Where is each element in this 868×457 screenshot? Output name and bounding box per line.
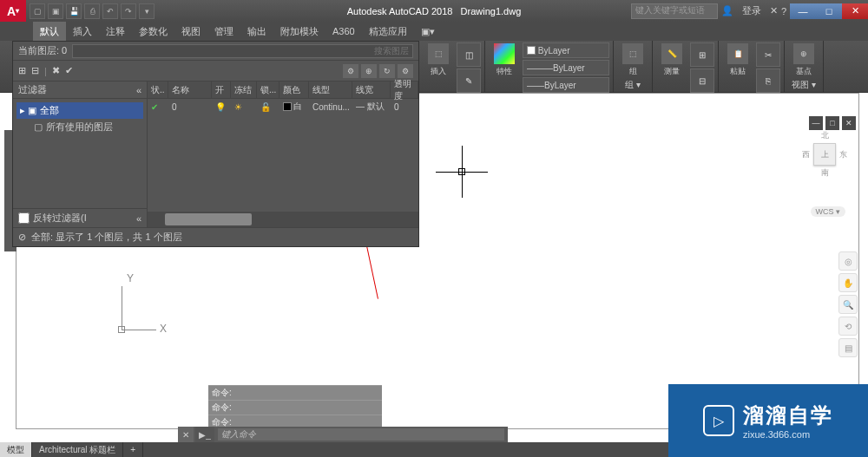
bulb-icon[interactable]: 💡 <box>215 102 226 112</box>
menu-more-icon[interactable]: ▣▾ <box>414 22 442 41</box>
paste-button[interactable]: 📋粘贴 <box>722 42 753 77</box>
qat-redo-icon[interactable]: ↷ <box>121 3 136 19</box>
close-button[interactable]: ✕ <box>842 3 868 19</box>
lp-search-input[interactable] <box>72 44 413 58</box>
menu-manage[interactable]: 管理 <box>207 22 240 41</box>
qat-dropdown-icon[interactable]: ▾ <box>139 3 155 19</box>
menu-a360[interactable]: A360 <box>326 22 362 41</box>
navcube-south[interactable]: 南 <box>821 167 829 179</box>
ribbon-label-view[interactable]: 视图 ▾ <box>788 77 819 91</box>
qat-save-icon[interactable]: 💾 <box>66 3 82 19</box>
ribbon-label-group[interactable]: 组 ▾ <box>617 77 648 91</box>
lp-invert-checkbox[interactable] <box>18 212 30 224</box>
app-icon[interactable]: A▾ <box>0 0 26 22</box>
utility-icon-2[interactable]: ⊟ <box>690 69 714 93</box>
menu-view[interactable]: 视图 <box>174 22 207 41</box>
color-dropdown[interactable]: ByLayer <box>523 42 609 58</box>
color-swatch-icon[interactable] <box>283 102 292 111</box>
qat-undo-icon[interactable]: ↶ <box>102 3 118 19</box>
help-search-input[interactable]: 键入关键字或短语 <box>631 3 718 19</box>
view-cube[interactable]: 北 西 上 东 南 <box>799 130 851 199</box>
qat-new-icon[interactable]: ▢ <box>30 3 45 19</box>
lp-col-freeze[interactable]: 冻结 <box>231 82 257 98</box>
lp-col-trans[interactable]: 透明度 <box>391 82 418 98</box>
qat-open-icon[interactable]: ▣ <box>48 3 63 19</box>
lp-tree-all[interactable]: ▸ ▣ 全部 <box>16 102 143 119</box>
lp-cell-lweight[interactable]: — 默认 <box>352 99 391 114</box>
infocenter-icon[interactable]: 👤 <box>721 5 733 16</box>
lp-cell-name[interactable]: 0 <box>168 99 212 114</box>
navcube-west[interactable]: 西 <box>802 149 810 160</box>
menu-insert[interactable]: 插入 <box>66 22 99 41</box>
properties-button[interactable]: 特性 <box>489 42 520 77</box>
basepoint-button[interactable]: ⊕基点 <box>788 42 819 77</box>
vp-close-icon[interactable]: ✕ <box>842 116 856 130</box>
tab-layout1[interactable]: Architectural 标题栏 <box>32 442 123 457</box>
lp-invert-filter[interactable]: 反转过滤器(I « <box>13 208 147 227</box>
help-icon[interactable]: ? <box>781 6 786 16</box>
insert-block-button[interactable]: ⬚插入 <box>423 42 454 77</box>
lp-delete-layer-icon[interactable]: ✖ <box>52 65 60 76</box>
lp-settings-icon[interactable]: ⚙ <box>398 64 413 78</box>
nav-showmotion-icon[interactable]: ▤ <box>838 338 858 357</box>
exchange-icon[interactable]: ✕ <box>770 5 778 16</box>
vp-minimize-icon[interactable]: — <box>809 116 823 130</box>
lp-layer-row[interactable]: ✔ 0 💡 ☀ 🔓 白 Continu... — 默认 0 <box>148 99 418 114</box>
nav-pan-icon[interactable]: ✋ <box>838 273 858 292</box>
lp-col-color[interactable]: 颜色 <box>279 82 309 98</box>
lp-refresh-icon[interactable]: ↻ <box>379 64 395 78</box>
lp-col-lock[interactable]: 锁... <box>257 82 279 98</box>
command-input[interactable]: 键入命令 <box>218 428 504 441</box>
cmdline-prompt-icon[interactable]: ▶_ <box>195 427 214 442</box>
lp-new-layer-vp-icon[interactable]: ⊟ <box>31 65 39 76</box>
menu-output[interactable]: 输出 <box>240 22 273 41</box>
menu-parametric[interactable]: 参数化 <box>132 22 174 41</box>
menu-addins[interactable]: 附加模块 <box>273 22 326 41</box>
lp-state-icon[interactable]: ⚙ <box>343 64 358 78</box>
vp-restore-icon[interactable]: □ <box>825 116 839 130</box>
lp-collapse-icon[interactable]: « <box>136 85 141 95</box>
lp-col-status[interactable]: 状.. <box>148 82 168 98</box>
nav-zoom-icon[interactable]: 🔍 <box>838 295 858 314</box>
measure-button[interactable]: 📏测量 <box>656 42 687 77</box>
qat-saveas-icon[interactable]: ⎙ <box>84 3 100 19</box>
utility-icon-1[interactable]: ⊞ <box>690 42 714 67</box>
lp-cell-trans[interactable]: 0 <box>391 99 418 114</box>
lp-filter-new-icon[interactable]: ⊕ <box>361 64 377 78</box>
lp-col-name[interactable]: 名称 <box>168 82 212 98</box>
lp-col-lweight[interactable]: 线宽 <box>352 82 391 98</box>
lp-new-layer-icon[interactable]: ⊞ <box>18 65 26 76</box>
menu-featured[interactable]: 精选应用 <box>362 22 414 41</box>
nav-wheel-icon[interactable]: ◎ <box>838 251 858 271</box>
copy-icon[interactable]: ⎘ <box>756 69 780 93</box>
lp-col-ltype[interactable]: 线型 <box>309 82 352 98</box>
tab-model[interactable]: 模型 <box>0 442 32 457</box>
cmdline-close-icon[interactable]: ✕ <box>178 427 194 442</box>
minimize-button[interactable]: — <box>790 3 816 19</box>
lock-icon[interactable]: 🔓 <box>260 102 271 112</box>
lineweight-dropdown[interactable]: ——— ByLayer <box>523 60 609 75</box>
lp-cell-ltype[interactable]: Continu... <box>309 99 352 114</box>
create-block-icon[interactable]: ◫ <box>457 42 481 67</box>
tab-add[interactable]: + <box>123 442 143 457</box>
nav-orbit-icon[interactable]: ⟲ <box>838 317 858 336</box>
lp-tree-used[interactable]: ▢ 所有使用的图层 <box>16 119 143 135</box>
navcube-north[interactable]: 北 <box>821 130 829 141</box>
lp-expand-icon[interactable]: « <box>136 213 141 224</box>
lp-hscrollbar[interactable] <box>148 212 418 227</box>
maximize-button[interactable]: □ <box>816 3 842 19</box>
menu-annotate[interactable]: 注释 <box>99 22 132 41</box>
linetype-dropdown[interactable]: —— ByLayer <box>523 77 609 93</box>
cut-icon[interactable]: ✂ <box>756 42 780 67</box>
menu-default[interactable]: 默认 <box>33 22 66 41</box>
lp-col-on[interactable]: 开 <box>212 82 231 98</box>
navcube-top[interactable]: 上 <box>813 143 836 166</box>
login-button[interactable]: 登录 <box>742 4 761 17</box>
navcube-east[interactable]: 东 <box>839 149 847 160</box>
lp-status-icon[interactable]: ⊘ <box>18 232 26 243</box>
lp-set-current-icon[interactable]: ✔ <box>65 65 73 76</box>
edit-block-icon[interactable]: ✎ <box>457 69 481 93</box>
sun-icon[interactable]: ☀ <box>234 102 242 112</box>
group-button[interactable]: ⬚组 <box>617 42 648 77</box>
wcs-badge[interactable]: WCS ▾ <box>811 206 846 217</box>
